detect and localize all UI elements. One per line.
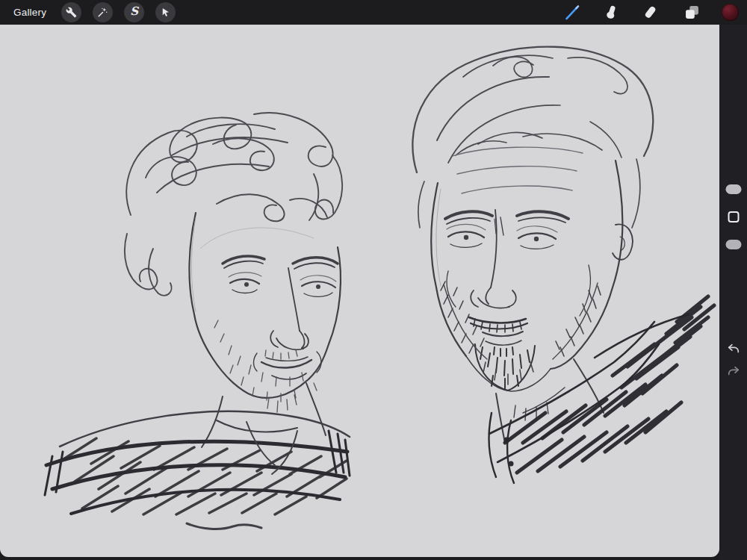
right-portrait-nose: [471, 210, 516, 308]
gallery-button[interactable]: Gallery: [13, 7, 46, 18]
modify-button[interactable]: [728, 211, 739, 223]
redo-arrow-icon: [726, 364, 741, 379]
stray-scribble: [187, 523, 261, 529]
left-portrait-brows: [223, 256, 338, 269]
redo-button[interactable]: [725, 363, 742, 379]
left-portrait-garment: [45, 411, 350, 514]
wrench-icon: [66, 7, 77, 18]
canvas[interactable]: [0, 25, 719, 557]
actions-button[interactable]: [61, 2, 81, 22]
procreate-app-window: Gallery S: [0, 0, 747, 560]
canvas-artwork: [0, 25, 719, 557]
brush-size-slider[interactable]: [725, 184, 741, 194]
paintbrush-icon: [563, 4, 581, 22]
right-portrait-neck: [496, 359, 604, 443]
right-portrait-forehead-lines: [453, 147, 583, 193]
undo-arrow-icon: [726, 341, 741, 356]
toolbar-right-group: [563, 4, 739, 22]
opacity-slider[interactable]: [725, 240, 741, 249]
top-toolbar: Gallery S: [0, 0, 747, 25]
magic-wand-icon: [97, 7, 108, 18]
toolbar-left-group: Gallery S: [13, 2, 176, 22]
smudge-button[interactable]: [602, 4, 620, 22]
adjustments-button[interactable]: [93, 2, 113, 22]
layers-button[interactable]: [683, 4, 701, 22]
right-portrait-mustache-goatee: [469, 317, 535, 391]
brush-button[interactable]: [563, 4, 581, 22]
erase-button[interactable]: [641, 4, 659, 22]
right-portrait-face: [431, 161, 622, 391]
left-portrait-eyes: [229, 273, 336, 297]
color-swatch[interactable]: [722, 4, 739, 21]
left-portrait-neck: [202, 383, 326, 447]
selection-button[interactable]: S: [124, 2, 144, 22]
undo-button[interactable]: [725, 340, 742, 357]
side-toolbar: [719, 25, 747, 560]
left-portrait-mouth: [254, 352, 322, 379]
right-portrait: [412, 47, 714, 483]
layers-icon: [684, 4, 701, 21]
left-portrait-face: [189, 213, 341, 398]
right-portrait-hair: [412, 47, 653, 228]
smudge-finger-icon: [603, 4, 620, 21]
eraser-icon: [642, 4, 659, 21]
left-portrait: [45, 113, 350, 529]
transform-cursor-icon: [160, 7, 171, 18]
left-portrait-nose: [270, 268, 309, 349]
right-portrait-cheek-line: [447, 271, 456, 307]
transform-button[interactable]: [155, 2, 176, 22]
selection-s-icon: S: [130, 6, 138, 17]
left-portrait-hair: [125, 113, 342, 296]
